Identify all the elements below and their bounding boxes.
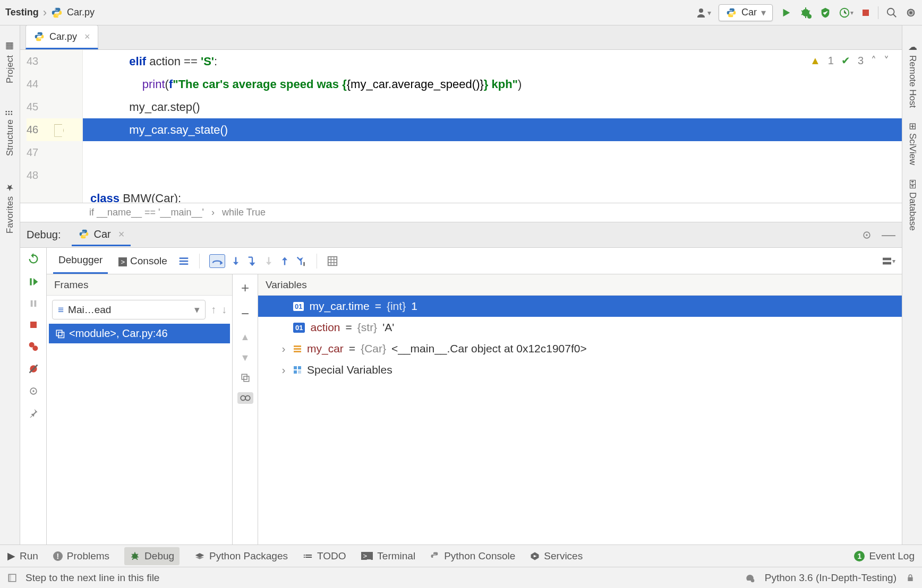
gear-icon[interactable] bbox=[905, 7, 917, 19]
pin-button[interactable] bbox=[29, 408, 38, 418]
editor-tab-car[interactable]: Car.py × bbox=[25, 25, 98, 49]
lock-icon[interactable] bbox=[906, 573, 915, 583]
variable-row[interactable]: 01 my_car.time = {int} 1 bbox=[258, 296, 902, 317]
rerun-button[interactable] bbox=[28, 253, 39, 265]
checkmark-icon[interactable]: ✔ bbox=[841, 54, 850, 67]
prev-frame-button[interactable]: ↑ bbox=[211, 304, 216, 316]
line-number[interactable]: 47 bbox=[27, 141, 82, 164]
database-tool-button[interactable]: 🗄Database bbox=[907, 180, 918, 231]
line-number[interactable]: 48 bbox=[27, 164, 82, 187]
context-scope[interactable]: if __name__ == '__main__' bbox=[89, 207, 204, 218]
svg-point-28 bbox=[245, 396, 250, 401]
move-up-button[interactable]: ▲ bbox=[241, 332, 250, 343]
packages-tool-button[interactable]: Python Packages bbox=[194, 550, 288, 562]
code-area[interactable]: elif action == 'S': print(f"The car's av… bbox=[83, 50, 902, 203]
breadcrumb-root[interactable]: Testing bbox=[5, 7, 39, 18]
settings-button[interactable] bbox=[28, 386, 39, 396]
background-tasks-icon[interactable] bbox=[745, 573, 755, 583]
run-config-selector[interactable]: Car ▾ bbox=[719, 4, 773, 21]
mute-breakpoints-button[interactable] bbox=[28, 364, 39, 374]
stack-frame[interactable]: <module>, Car.py:46 bbox=[49, 324, 230, 343]
expand-down-icon[interactable]: ˅ bbox=[884, 54, 889, 67]
gear-icon[interactable] bbox=[861, 227, 872, 243]
remove-watch-button[interactable]: − bbox=[241, 306, 249, 322]
tool-windows-icon[interactable] bbox=[7, 573, 17, 583]
python-icon bbox=[430, 551, 440, 561]
project-tool-button[interactable]: Project ▦ bbox=[5, 41, 15, 83]
coverage-button[interactable] bbox=[819, 7, 831, 19]
step-into-my-code-button[interactable] bbox=[246, 255, 258, 267]
expand-icon[interactable]: › bbox=[279, 364, 288, 376]
warning-icon[interactable]: ▲ bbox=[810, 55, 821, 67]
context-scope[interactable]: while True bbox=[222, 207, 266, 218]
services-tool-button[interactable]: Services bbox=[530, 550, 583, 562]
new-watch-button[interactable]: + bbox=[241, 280, 249, 296]
event-log-tool-button[interactable]: 1Event Log bbox=[854, 550, 915, 562]
show-watches-button[interactable] bbox=[237, 392, 253, 404]
run-to-cursor-button[interactable] bbox=[295, 255, 307, 267]
breadcrumb[interactable]: Testing › Car.py bbox=[5, 6, 95, 20]
inspection-badges[interactable]: ▲1 ✔3 ˄ ˅ bbox=[810, 54, 889, 67]
step-into-button[interactable] bbox=[230, 255, 241, 267]
expand-icon[interactable]: › bbox=[279, 342, 288, 355]
view-breakpoints-button[interactable] bbox=[28, 341, 39, 352]
stop-button[interactable] bbox=[861, 8, 870, 18]
svg-rect-26 bbox=[244, 376, 249, 382]
minimize-icon[interactable]: — bbox=[882, 227, 895, 243]
step-out-button[interactable] bbox=[279, 255, 290, 267]
gutter[interactable]: 43 44 45 46 47 48 bbox=[20, 50, 83, 203]
resume-button[interactable] bbox=[28, 276, 39, 287]
folder-icon: ▦ bbox=[5, 41, 15, 52]
svg-rect-38 bbox=[8, 574, 11, 582]
line-number[interactable]: 44 bbox=[27, 73, 82, 96]
force-step-into-button[interactable] bbox=[263, 255, 274, 267]
bottom-tool-buttons: ▶Run !Problems Debug Python Packages ≔TO… bbox=[0, 544, 922, 567]
evaluate-expression-button[interactable] bbox=[327, 255, 338, 267]
line-number[interactable]: 43 bbox=[27, 50, 82, 73]
run-tool-button[interactable]: ▶Run bbox=[7, 550, 38, 562]
threads-icon[interactable] bbox=[178, 255, 190, 267]
debug-tool-button[interactable]: Debug bbox=[124, 547, 180, 565]
problems-tool-button[interactable]: !Problems bbox=[53, 550, 109, 562]
close-icon[interactable]: × bbox=[118, 228, 125, 240]
search-icon[interactable] bbox=[886, 7, 898, 19]
interpreter-label[interactable]: Python 3.6 (In-Depth-Testing) bbox=[765, 572, 897, 584]
user-icon[interactable]: ▾ bbox=[695, 6, 711, 19]
debug-button[interactable] bbox=[799, 6, 812, 19]
duplicate-watch-button[interactable] bbox=[241, 373, 250, 383]
todo-tool-button[interactable]: ≔TODO bbox=[303, 550, 346, 562]
pause-button[interactable] bbox=[29, 299, 38, 308]
console-tab[interactable]: >Console bbox=[113, 249, 172, 273]
svg-rect-34 bbox=[294, 370, 297, 374]
sciview-tool-button[interactable]: ⊞SciView bbox=[907, 123, 918, 165]
breadcrumb-file[interactable]: Car.py bbox=[67, 7, 95, 18]
play-icon: ▶ bbox=[7, 550, 15, 562]
step-over-button[interactable] bbox=[209, 254, 225, 268]
variable-row[interactable]: › my_car = {Car} <__main__.Car object at… bbox=[258, 338, 902, 359]
profile-button[interactable]: ▾ bbox=[839, 7, 853, 19]
line-number[interactable]: 45 bbox=[27, 96, 82, 118]
favorites-tool-button[interactable]: Favorites ★ bbox=[5, 183, 15, 234]
variable-row[interactable]: 01 action = {str} 'A' bbox=[258, 317, 902, 338]
close-tab-icon[interactable]: × bbox=[84, 31, 90, 42]
run-button[interactable] bbox=[780, 7, 792, 19]
code-editor[interactable]: 43 44 45 46 47 48 elif action == 'S': pr… bbox=[20, 50, 902, 203]
layout-settings-icon[interactable]: ▾ bbox=[882, 257, 895, 265]
thread-selector[interactable]: ≡ Mai…ead ▾ bbox=[52, 300, 206, 319]
object-icon bbox=[293, 344, 302, 353]
stop-button[interactable] bbox=[29, 320, 38, 330]
next-frame-button[interactable]: ↓ bbox=[221, 304, 227, 316]
breadcrumb-context[interactable]: if __name__ == '__main__' › while True bbox=[20, 203, 902, 222]
variable-row[interactable]: › Special Variables bbox=[258, 359, 902, 381]
remote-host-tool-button[interactable]: ☁Remote Host bbox=[907, 41, 918, 108]
svg-rect-23 bbox=[56, 330, 62, 336]
structure-tool-button[interactable]: Structure ⠿ bbox=[5, 110, 15, 156]
line-number-current[interactable]: 46 bbox=[27, 118, 82, 141]
terminal-tool-button[interactable]: >_Terminal bbox=[361, 550, 416, 562]
move-down-button[interactable]: ▼ bbox=[241, 352, 250, 364]
type-badge-icon: 01 bbox=[293, 323, 305, 333]
debug-session-tab[interactable]: Car × bbox=[72, 224, 131, 246]
python-console-tool-button[interactable]: Python Console bbox=[430, 550, 515, 562]
collapse-up-icon[interactable]: ˄ bbox=[871, 54, 876, 67]
debugger-tab[interactable]: Debugger bbox=[53, 248, 108, 274]
